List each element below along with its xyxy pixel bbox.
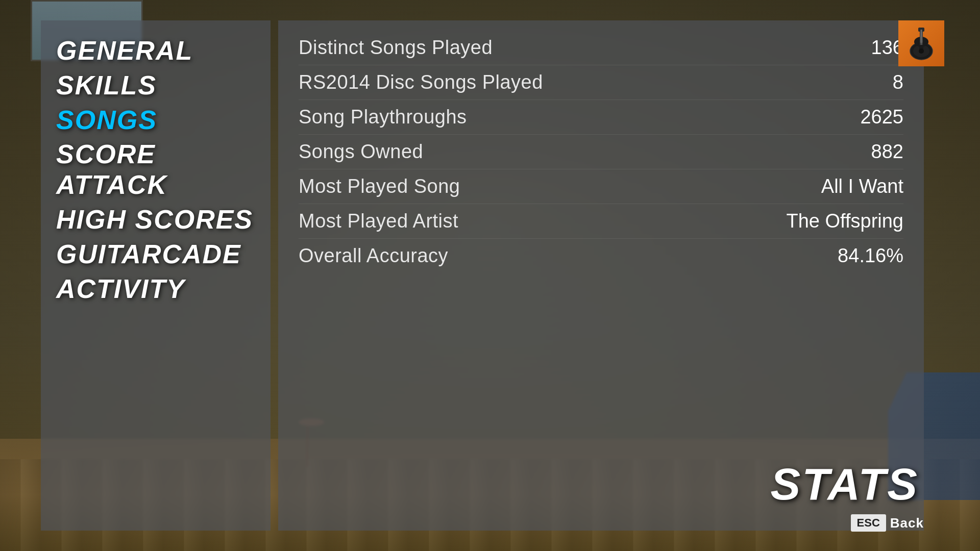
sidebar-item-activity[interactable]: ACTIVITY	[56, 274, 255, 305]
stat-label-songs-owned: Songs Owned	[299, 141, 423, 163]
svg-point-6	[919, 48, 924, 54]
sidebar-item-guitarcade[interactable]: GUITARCADE	[56, 239, 255, 270]
sidebar-item-high-scores[interactable]: HIGH SCORES	[56, 205, 255, 235]
stat-row-overall-accuracy: Overall Accuracy 84.16%	[299, 239, 903, 273]
stat-row-most-played-artist: Most Played Artist The Offspring	[299, 204, 903, 239]
sidebar-item-general[interactable]: GENERAL	[56, 36, 255, 66]
stat-label-most-played-artist: Most Played Artist	[299, 210, 458, 232]
guitar-icon-container	[898, 20, 944, 66]
guitar-icon	[906, 26, 937, 61]
stat-value-songs-owned: 882	[871, 141, 903, 163]
stat-label-most-played-song: Most Played Song	[299, 176, 460, 197]
ui-container: GENERAL SKILLS SONGS SCORE ATTACK HIGH S…	[0, 0, 980, 551]
right-panel: Distinct Songs Played 136 RS2014 Disc So…	[278, 20, 924, 531]
stats-title: STATS	[771, 458, 919, 510]
stat-value-playthroughs: 2625	[860, 106, 903, 128]
stat-value-most-played-artist: The Offspring	[786, 210, 903, 232]
left-panel: GENERAL SKILLS SONGS SCORE ATTACK HIGH S…	[41, 20, 271, 531]
esc-back-container: ESC Back	[851, 514, 924, 532]
stat-value-rs2014: 8	[893, 71, 903, 93]
stat-row-most-played-song: Most Played Song All I Want	[299, 169, 903, 204]
sidebar-item-skills[interactable]: SKILLS	[56, 70, 255, 101]
stat-label-playthroughs: Song Playthroughs	[299, 106, 467, 128]
stat-row-playthroughs: Song Playthroughs 2625	[299, 100, 903, 135]
esc-key[interactable]: ESC	[851, 514, 886, 532]
stat-label-distinct-songs: Distinct Songs Played	[299, 37, 493, 59]
stat-row-distinct-songs: Distinct Songs Played 136	[299, 31, 903, 65]
stat-row-songs-owned: Songs Owned 882	[299, 135, 903, 169]
stats-list: Distinct Songs Played 136 RS2014 Disc So…	[278, 20, 924, 283]
stat-value-overall-accuracy: 84.16%	[838, 245, 903, 267]
sidebar-item-score-attack[interactable]: SCORE ATTACK	[56, 139, 255, 201]
stat-label-rs2014: RS2014 Disc Songs Played	[299, 71, 543, 93]
nav-menu: GENERAL SKILLS SONGS SCORE ATTACK HIGH S…	[41, 20, 271, 319]
back-label: Back	[890, 515, 924, 531]
sidebar-item-songs[interactable]: SONGS	[56, 105, 255, 136]
stat-row-rs2014: RS2014 Disc Songs Played 8	[299, 65, 903, 100]
stat-value-most-played-song: All I Want	[821, 176, 903, 197]
stat-label-overall-accuracy: Overall Accuracy	[299, 245, 448, 267]
